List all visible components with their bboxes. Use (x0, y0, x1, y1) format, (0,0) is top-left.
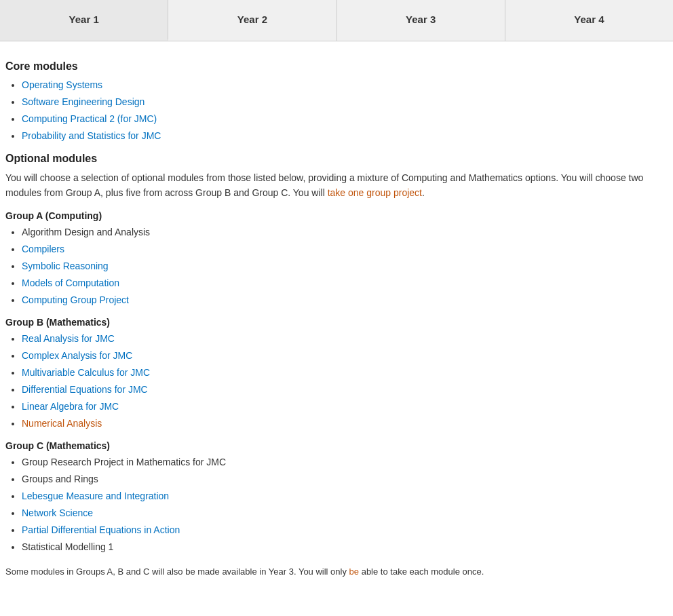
group-c-list: Group Research Project in Mathematics fo… (22, 455, 662, 554)
highlight-text: take one group project (328, 187, 422, 198)
group-a-list: Algorithm Design and Analysis Compilers … (22, 225, 662, 307)
group-b-link-3[interactable]: Multivariable Calculus for JMC (22, 367, 150, 378)
group-a-link-3[interactable]: Symbolic Reasoning (22, 261, 109, 271)
group-b-link-2[interactable]: Complex Analysis for JMC (22, 350, 132, 361)
list-item: Algorithm Design and Analysis (22, 225, 662, 239)
list-item: Statistical Modelling 1 (22, 540, 662, 554)
list-item: Models of Computation (22, 276, 662, 290)
core-modules-heading: Core modules (5, 60, 662, 73)
group-b-list: Real Analysis for JMC Complex Analysis f… (22, 332, 662, 431)
group-a-link-5[interactable]: Computing Group Project (22, 294, 129, 305)
core-module-link-1[interactable]: Operating Systems (22, 79, 102, 90)
list-item: Differential Equations for JMC (22, 383, 662, 397)
list-item: Real Analysis for JMC (22, 332, 662, 346)
list-item: Groups and Rings (22, 472, 662, 486)
core-module-link-2[interactable]: Software Engineering Design (22, 96, 145, 107)
list-item: Network Science (22, 506, 662, 520)
optional-modules-description: You will choose a selection of optional … (5, 170, 662, 201)
list-item: Lebesgue Measure and Integration (22, 489, 662, 503)
footer-note: Some modules in Groups A, B and C will a… (5, 565, 662, 579)
group-b-link-4[interactable]: Differential Equations for JMC (22, 384, 148, 395)
list-item: Linear Algebra for JMC (22, 400, 662, 414)
list-item: Partial Differential Equations in Action (22, 523, 662, 537)
list-item: Compilers (22, 242, 662, 256)
list-item: Computing Group Project (22, 293, 662, 307)
list-item: Symbolic Reasoning (22, 259, 662, 273)
list-item: Complex Analysis for JMC (22, 349, 662, 363)
group-c-link-4[interactable]: Network Science (22, 507, 93, 518)
group-a-link-2[interactable]: Compilers (22, 244, 64, 254)
group-c-item-1: Group Research Project in Mathematics fo… (22, 457, 226, 467)
footer-highlight: be (349, 566, 359, 577)
list-item: Numerical Analysis (22, 417, 662, 431)
group-c-link-3[interactable]: Lebesgue Measure and Integration (22, 490, 169, 501)
list-item: Software Engineering Design (22, 95, 662, 109)
tab-year1[interactable]: Year 1 (0, 0, 168, 41)
group-b-heading: Group B (Mathematics) (5, 317, 662, 328)
list-item: Probability and Statistics for JMC (22, 129, 662, 143)
list-item: Operating Systems (22, 78, 662, 92)
group-c-heading: Group C (Mathematics) (5, 440, 662, 451)
list-item: Group Research Project in Mathematics fo… (22, 455, 662, 469)
group-a-heading: Group A (Computing) (5, 210, 662, 221)
group-c-item-6: Statistical Modelling 1 (22, 541, 113, 552)
group-a-link-4[interactable]: Models of Computation (22, 277, 119, 288)
optional-modules-heading: Optional modules (5, 153, 662, 165)
tab-year3[interactable]: Year 3 (337, 0, 505, 41)
group-b-link-1[interactable]: Real Analysis for JMC (22, 333, 115, 344)
tab-year2[interactable]: Year 2 (168, 0, 336, 41)
group-c-item-2: Groups and Rings (22, 474, 98, 484)
main-content: Core modules Operating Systems Software … (0, 52, 673, 592)
year-tabs: Year 1 Year 2 Year 3 Year 4 (0, 0, 673, 41)
list-item: Computing Practical 2 (for JMC) (22, 112, 662, 126)
group-c-link-5[interactable]: Partial Differential Equations in Action (22, 524, 180, 535)
tab-year4[interactable]: Year 4 (505, 0, 673, 41)
group-a-item-1: Algorithm Design and Analysis (22, 227, 150, 237)
core-module-link-3[interactable]: Computing Practical 2 (for JMC) (22, 113, 157, 124)
list-item: Multivariable Calculus for JMC (22, 366, 662, 380)
group-b-link-5[interactable]: Linear Algebra for JMC (22, 401, 119, 412)
group-b-link-6[interactable]: Numerical Analysis (22, 418, 102, 429)
core-modules-list: Operating Systems Software Engineering D… (22, 78, 662, 143)
core-module-link-4[interactable]: Probability and Statistics for JMC (22, 130, 161, 141)
